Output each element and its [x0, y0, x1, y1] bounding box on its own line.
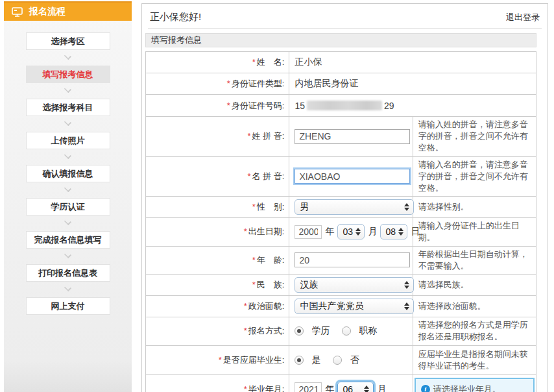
graduation-year-input[interactable]: [295, 382, 322, 392]
required-asterisk: *: [244, 326, 247, 336]
table-row: *姓 名: 正小保: [146, 52, 536, 73]
surname-pinyin-input[interactable]: [295, 129, 410, 144]
select-arrows-icon: [404, 281, 409, 289]
select-arrows-icon: [364, 386, 369, 392]
select-arrows-icon: [404, 203, 409, 211]
table-row: *性 别: 男 请选择性别。: [146, 197, 536, 218]
field-hint: 请选择民族。: [413, 274, 536, 295]
field-label-id-number: 身份证件号码: [232, 101, 282, 110]
age-input[interactable]: [295, 252, 410, 267]
section-title: 填写报考信息: [145, 33, 536, 47]
chevron-down-icon: [64, 119, 71, 126]
required-asterisk: *: [252, 255, 256, 265]
registration-form-table: *姓 名: 正小保 *身份证件类型: 内地居民身份证 *身份证件号码: 1529…: [145, 51, 536, 392]
id-number-prefix: 15: [295, 101, 305, 111]
table-row: *毕业年月: 年 06 月 请选择毕业年月。: [146, 374, 536, 392]
givenname-pinyin-input[interactable]: [295, 169, 410, 184]
chevron-down-icon: [64, 86, 71, 93]
political-status-selected-value: 中国共产党党员: [300, 300, 363, 312]
chevron-down-icon: [64, 251, 71, 258]
chevron-down-icon: [64, 152, 71, 159]
logout-link[interactable]: 退出登录: [506, 12, 540, 23]
table-row: *身份证件号码: 1529: [146, 95, 536, 117]
sidebar-item-complete-registration[interactable]: 完成报名信息填写: [26, 231, 110, 249]
greeting-bar: 正小保您好! 退出登录: [142, 4, 548, 28]
year-unit-label: 年: [325, 384, 334, 392]
required-asterisk: *: [252, 280, 256, 289]
field-hint: 请输入身份证件上的出生日期。: [413, 218, 536, 246]
field-hint: 年龄根据出生日期自动计算，不需要输入。: [413, 246, 536, 274]
radio-yes[interactable]: [295, 356, 304, 365]
sidebar-item-online-payment[interactable]: 网上支付: [26, 297, 110, 315]
id-number-suffix: 29: [384, 101, 394, 111]
ethnicity-select[interactable]: 汉族: [295, 277, 414, 293]
chevron-down-icon: [64, 185, 71, 192]
sidebar-item-select-exam-area[interactable]: 选择考区: [26, 32, 110, 50]
sidebar-item-upload-photo[interactable]: 上传照片: [26, 132, 110, 149]
required-asterisk: *: [227, 79, 230, 88]
field-hint: 请选择性别。: [413, 197, 536, 218]
select-arrows-icon: [404, 302, 409, 310]
graduation-month-select[interactable]: 06: [337, 382, 374, 392]
gender-select[interactable]: 男: [295, 199, 414, 215]
required-asterisk: *: [244, 301, 247, 311]
table-row: *身份证件类型: 内地居民身份证: [146, 73, 536, 95]
field-hint: 请输入姓的拼音，请注意多音字的拼音，拼音之间不允许有空格。: [413, 117, 536, 157]
month-unit-label: 月: [368, 226, 377, 238]
field-hint: 请选择政治面貌。: [413, 295, 536, 317]
info-icon: [421, 385, 430, 392]
sidebar-item-print-form[interactable]: 打印报名信息表: [26, 264, 110, 282]
field-label-graduation-date: 毕业年月: [248, 384, 282, 392]
chevron-down-icon: [64, 218, 71, 225]
radio-label-professional-title: 职称: [359, 325, 377, 337]
table-row: *是否应届毕业生: 是 否 应届毕业生是指报名期间未获得毕业证书的考生。: [146, 345, 536, 374]
radio-education[interactable]: [295, 326, 304, 336]
redacted-id-digits: [307, 101, 382, 110]
table-row: *报名方式: 学历 职称 请选择您的报名方式是用学历报名还是用职称报名。: [146, 317, 536, 345]
sidebar-item-education-verify[interactable]: 学历认证: [26, 198, 110, 215]
birth-day-value: 08: [385, 227, 396, 237]
sidebar-item-select-subjects[interactable]: 选择报考科目: [26, 99, 110, 116]
graduation-month-value: 06: [343, 384, 353, 392]
field-label-registration-method: 报名方式: [248, 326, 282, 336]
field-label-age: 年 龄: [257, 255, 282, 265]
sidebar-header: 报名流程: [4, 1, 132, 21]
radio-professional-title[interactable]: [342, 326, 351, 336]
sidebar-item-fill-exam-info[interactable]: 填写报考信息: [26, 66, 110, 83]
main-panel: 正小保您好! 退出登录 填写报考信息 *姓 名: 正小保 *身份证件类型: 内地…: [141, 3, 548, 392]
table-row: *姓 拼 音: 请输入姓的拼音，请注意多音字的拼音，拼音之间不允许有空格。: [146, 117, 536, 157]
radio-no[interactable]: [333, 356, 342, 365]
monitor-icon: [12, 7, 23, 17]
field-value-name: 正小保: [289, 52, 536, 73]
validation-message: 请选择毕业年月。: [433, 384, 501, 392]
radio-label-education: 学历: [311, 325, 330, 337]
field-label-name: 姓 名: [257, 57, 282, 67]
birth-month-select[interactable]: 03: [337, 224, 365, 239]
steps-list: 选择考区 填写报考信息 选择报考科目 上传照片 确认填报信息 学历认证 完成报名…: [4, 21, 132, 315]
gender-selected-value: 男: [300, 201, 309, 213]
field-label-gender: 性 别: [257, 202, 282, 212]
political-status-select[interactable]: 中国共产党党员: [295, 299, 414, 314]
birth-year-input[interactable]: [295, 225, 322, 239]
field-label-fresh-graduate: 是否应届毕业生: [223, 355, 282, 365]
field-label-surname-pinyin: 姓 拼 音: [252, 131, 282, 141]
required-asterisk: *: [247, 131, 250, 141]
sidebar-item-confirm-info[interactable]: 确认填报信息: [26, 165, 110, 182]
select-arrows-icon: [398, 228, 403, 236]
field-label-id-type: 身份证件类型: [232, 79, 282, 88]
table-row: *出生日期: 年 03 月 08 日 请输入身份证件上的出生日期。: [146, 218, 536, 246]
required-asterisk: *: [244, 384, 247, 392]
year-unit-label: 年: [325, 226, 334, 238]
required-asterisk: *: [227, 101, 230, 110]
registration-steps-sidebar: 报名流程 选择考区 填写报考信息 选择报考科目 上传照片 确认填报信息 学历认证…: [4, 1, 132, 392]
birth-day-select[interactable]: 08: [380, 224, 407, 239]
field-label-givenname-pinyin: 名 拼 音: [252, 171, 282, 181]
field-hint: 应届毕业生是指报名期间未获得毕业证书的考生。: [413, 345, 536, 374]
required-asterisk: *: [252, 202, 256, 212]
chevron-down-icon: [64, 284, 71, 291]
radio-label-yes: 是: [311, 354, 320, 366]
field-hint: 请输入名的拼音，请注意多音字的拼音，拼音之间不允许有空格。: [413, 156, 536, 197]
table-row: *民 族: 汉族 请选择民族。: [146, 274, 536, 295]
radio-label-no: 否: [350, 354, 359, 366]
user-greeting: 正小保您好!: [150, 11, 201, 23]
